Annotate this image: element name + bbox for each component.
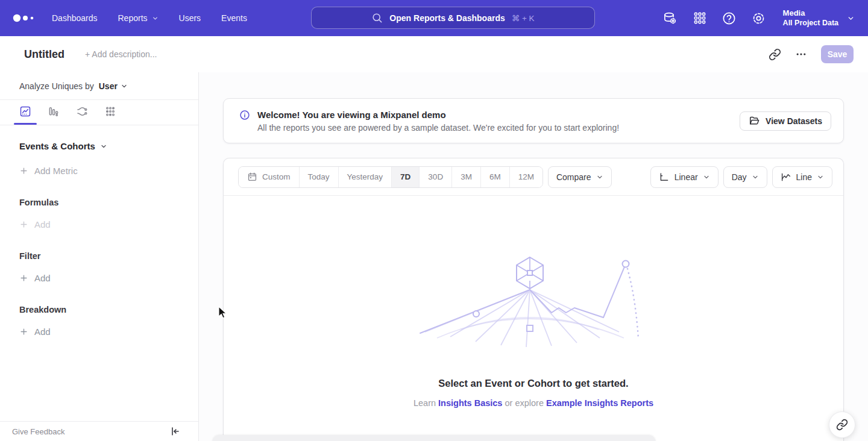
insights-chart-card: Custom Today Yesterday 7D 30D 3M 6M 12M … (223, 158, 844, 441)
empty-state-illustration (419, 255, 648, 350)
range-7d[interactable]: 7D (391, 167, 419, 187)
save-button[interactable]: Save (821, 45, 854, 63)
main-content: Welcome! You are viewing a Mixpanel demo… (199, 72, 868, 441)
view-datasets-label: View Datasets (766, 116, 822, 126)
report-title[interactable]: Untitled (24, 48, 64, 61)
tab-bar-chart[interactable] (48, 105, 60, 117)
events-cohorts-heading[interactable]: Events & Cohorts (0, 125, 198, 151)
more-options-icon[interactable] (794, 48, 808, 61)
copy-link-icon[interactable] (768, 48, 781, 61)
chart-type-label: Line (796, 172, 812, 182)
chart-display-controls: Linear Day Line (650, 166, 832, 188)
chart-toolbar: Custom Today Yesterday 7D 30D 3M 6M 12M … (224, 158, 843, 196)
chevron-down-icon (703, 174, 710, 181)
range-6m-label: 6M (489, 172, 501, 181)
chart-type-tabs (0, 100, 198, 125)
mixpanel-logo-icon[interactable] (12, 13, 39, 23)
analyze-uniques-row: Analyze Uniques by User (0, 72, 198, 100)
range-yesterday-label: Yesterday (347, 172, 383, 181)
scale-label: Linear (675, 172, 698, 182)
add-formula-button[interactable]: Add (0, 207, 198, 230)
give-feedback-link[interactable]: Give Feedback (12, 427, 64, 436)
chevron-down-icon (847, 14, 855, 22)
nav-users[interactable]: Users (179, 13, 201, 23)
hint-middle: or explore (505, 398, 543, 408)
add-filter-button[interactable]: Add (0, 261, 198, 283)
plus-icon (19, 327, 28, 336)
range-custom-label: Custom (262, 172, 291, 181)
info-icon (239, 110, 250, 120)
formulas-heading: Formulas (0, 176, 198, 207)
chart-type-dropdown[interactable]: Line (772, 166, 832, 188)
data-management-icon[interactable] (662, 10, 678, 26)
share-link-fab[interactable] (829, 411, 855, 438)
collapse-sidebar-icon[interactable] (169, 425, 181, 437)
search-label: Open Reports & Dashboards (389, 13, 505, 23)
add-breakdown-button[interactable]: Add (0, 314, 198, 337)
add-metric-label: Add Metric (34, 166, 78, 176)
compare-label: Compare (556, 172, 591, 182)
insights-basics-link[interactable]: Insights Basics (438, 398, 502, 408)
chevron-down-icon (152, 15, 159, 22)
top-nav: Dashboards Reports Users Events Open Rep… (0, 0, 868, 36)
line-chart-icon (781, 172, 791, 183)
nav-events[interactable]: Events (221, 13, 247, 23)
project-name: Media (783, 8, 838, 18)
empty-state-hint: Learn Insights Basics or explore Example… (414, 398, 653, 408)
events-cohorts-label: Events & Cohorts (19, 141, 95, 151)
plus-icon (19, 166, 28, 175)
search-shortcut: ⌘ + K (512, 13, 535, 23)
welcome-title: Welcome! You are viewing a Mixpanel demo (257, 110, 619, 120)
tab-metrics-grid[interactable] (104, 105, 116, 117)
apps-grid-icon[interactable] (692, 10, 708, 26)
nav-events-label: Events (221, 13, 247, 23)
settings-gear-icon[interactable] (751, 10, 767, 26)
nav-reports-label: Reports (118, 13, 148, 23)
empty-state-title: Select an Event or Cohort to get started… (438, 378, 628, 389)
report-description-placeholder[interactable]: + Add description... (85, 49, 157, 59)
add-formula-label: Add (34, 219, 51, 230)
chevron-down-icon (100, 143, 107, 150)
welcome-banner-text: Welcome! You are viewing a Mixpanel demo… (257, 110, 619, 133)
filter-heading: Filter (0, 230, 198, 261)
range-custom[interactable]: Custom (239, 167, 299, 187)
nav-dashboards[interactable]: Dashboards (52, 13, 98, 23)
tab-flow-chart[interactable] (76, 105, 88, 117)
range-3m[interactable]: 3M (451, 167, 480, 187)
range-30d-label: 30D (428, 172, 443, 181)
add-filter-label: Add (34, 273, 51, 283)
range-12m-label: 12M (518, 172, 534, 181)
range-12m[interactable]: 12M (509, 167, 542, 187)
plus-icon (19, 274, 28, 283)
add-metric-button[interactable]: Add Metric (0, 151, 198, 176)
mixpanel-app: Dashboards Reports Users Events Open Rep… (0, 0, 868, 441)
range-7d-label: 7D (400, 172, 410, 181)
help-icon[interactable] (722, 10, 737, 26)
range-30d[interactable]: 30D (419, 167, 451, 187)
compare-button[interactable]: Compare (548, 166, 612, 188)
hint-prefix: Learn (414, 398, 436, 408)
scale-dropdown[interactable]: Linear (650, 166, 719, 188)
nav-users-label: Users (179, 13, 201, 23)
nav-reports[interactable]: Reports (118, 13, 159, 23)
plus-icon (19, 220, 28, 229)
range-today[interactable]: Today (299, 167, 338, 187)
example-reports-link[interactable]: Example Insights Reports (546, 398, 653, 408)
interval-dropdown[interactable]: Day (723, 166, 767, 188)
range-yesterday[interactable]: Yesterday (338, 167, 392, 187)
view-datasets-button[interactable]: View Datasets (740, 111, 831, 131)
interval-label: Day (732, 172, 747, 182)
analyze-value-dropdown[interactable]: User (99, 81, 128, 91)
chevron-down-icon (752, 174, 759, 181)
range-today-label: Today (308, 172, 330, 181)
global-search[interactable]: Open Reports & Dashboards ⌘ + K (311, 7, 595, 29)
chevron-down-icon (596, 174, 603, 181)
sidebar-footer: Give Feedback (0, 421, 198, 441)
range-6m[interactable]: 6M (480, 167, 509, 187)
tab-insights-line-chart[interactable] (19, 105, 31, 117)
analyze-prefix-label: Analyze Uniques by (19, 81, 94, 91)
link-icon (836, 419, 848, 431)
report-header-actions: Save (768, 45, 854, 63)
project-selector[interactable]: Media All Project Data (783, 8, 855, 28)
next-panel-edge (212, 435, 656, 441)
